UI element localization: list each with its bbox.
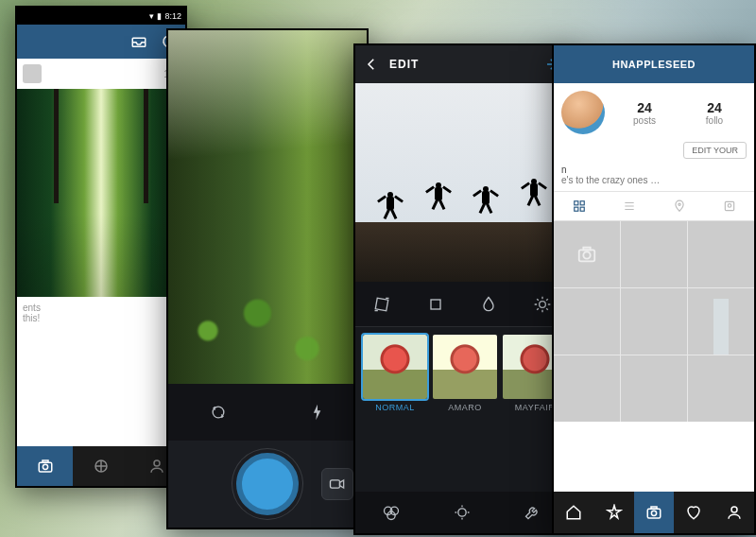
profile-bottom-nav xyxy=(554,492,754,533)
camera-viewfinder[interactable] xyxy=(168,30,367,384)
straighten-icon[interactable] xyxy=(372,295,391,314)
profile-username: HNAPPLESEED xyxy=(612,59,696,70)
tab-tagged[interactable] xyxy=(704,192,754,220)
grid-camera-icon[interactable] xyxy=(554,221,620,287)
nav-filters-icon[interactable] xyxy=(355,492,426,533)
crop-icon[interactable] xyxy=(426,295,445,314)
post-meta: ents this! xyxy=(17,297,185,329)
back-icon[interactable] xyxy=(363,56,380,73)
profile-view-tabs xyxy=(554,191,754,221)
svg-point-26 xyxy=(651,511,656,515)
nav-explore[interactable] xyxy=(73,446,129,486)
shutter-button[interactable] xyxy=(236,453,299,515)
filter-label: Amaro xyxy=(448,403,482,412)
edit-bottom-nav xyxy=(355,492,569,533)
brightness-icon[interactable] xyxy=(533,295,552,314)
svg-point-19 xyxy=(678,203,679,205)
edit-profile-row: EDIT YOUR xyxy=(561,142,747,159)
stat-followers[interactable]: 24 follo xyxy=(682,100,747,126)
bio-line2: e's to the crazy ones … xyxy=(561,175,747,185)
grid-thumb[interactable] xyxy=(688,221,754,287)
status-bar: ▾ ▮ 8:12 xyxy=(17,8,185,25)
wifi-icon: ▾ xyxy=(149,11,154,21)
svg-point-5 xyxy=(154,460,160,466)
grid-thumb[interactable] xyxy=(688,355,754,422)
post-header: 10h xyxy=(17,59,185,89)
svg-rect-9 xyxy=(431,300,440,309)
svg-rect-8 xyxy=(375,298,388,311)
phone-profile: HNAPPLESEED 24 posts 24 follo EDIT YOUR … xyxy=(552,43,756,535)
svg-point-2 xyxy=(43,464,47,469)
svg-rect-3 xyxy=(43,460,48,462)
svg-rect-17 xyxy=(574,207,577,211)
svg-rect-24 xyxy=(583,248,590,251)
svg-rect-18 xyxy=(580,207,584,211)
filter-normal[interactable]: Normal xyxy=(363,335,427,484)
edit-image[interactable] xyxy=(355,83,569,282)
edit-tool-row xyxy=(355,282,569,327)
post-avatar[interactable] xyxy=(23,64,42,83)
grid-thumb[interactable] xyxy=(688,288,754,355)
feed-header xyxy=(17,25,185,59)
phone-edit: EDIT Normal Amaro Mayfair xyxy=(353,43,571,535)
filter-label: Mayfair xyxy=(515,403,555,412)
stat-posts[interactable]: 24 posts xyxy=(612,100,677,126)
edit-profile-button[interactable]: EDIT YOUR xyxy=(683,142,747,159)
nav-camera[interactable] xyxy=(17,446,73,486)
nav-activity[interactable] xyxy=(674,492,713,533)
grid-thumb[interactable] xyxy=(554,288,620,355)
video-mode-button[interactable] xyxy=(321,468,353,500)
filter-label: Normal xyxy=(375,403,415,412)
edit-header: EDIT xyxy=(355,45,569,83)
profile-row: 24 posts 24 follo xyxy=(554,83,754,142)
profile-avatar[interactable] xyxy=(561,91,605,134)
clock: 8:12 xyxy=(164,11,181,21)
nav-profile[interactable] xyxy=(714,492,754,533)
grid-thumb[interactable] xyxy=(621,288,687,355)
grid-thumb[interactable] xyxy=(554,355,620,422)
bio-line1: n xyxy=(561,165,747,175)
nav-home[interactable] xyxy=(554,492,593,533)
svg-rect-15 xyxy=(574,201,577,205)
tab-list[interactable] xyxy=(604,192,654,220)
tab-places[interactable] xyxy=(654,192,704,220)
profile-bio: n e's to the crazy ones … xyxy=(554,165,754,191)
filter-strip[interactable]: Normal Amaro Mayfair xyxy=(355,327,569,492)
flash-icon[interactable] xyxy=(308,403,327,422)
nav-camera[interactable] xyxy=(634,492,674,533)
phone-feed: ▾ ▮ 8:12 10h ents this! xyxy=(15,6,187,488)
svg-rect-7 xyxy=(331,480,340,488)
svg-rect-20 xyxy=(725,201,733,210)
grid-thumb[interactable] xyxy=(621,221,687,287)
svg-point-28 xyxy=(731,507,737,512)
svg-point-21 xyxy=(728,204,731,208)
camera-switch-icon[interactable] xyxy=(209,403,228,422)
filter-amaro[interactable]: Amaro xyxy=(433,335,497,484)
edit-title: EDIT xyxy=(389,58,419,71)
nav-lux-icon[interactable] xyxy=(426,492,497,533)
nav-explore[interactable] xyxy=(593,492,633,533)
post-comments: ents xyxy=(23,303,180,313)
svg-rect-16 xyxy=(580,201,584,205)
jumpers xyxy=(355,190,569,222)
svg-point-10 xyxy=(539,301,545,307)
grid-thumb[interactable] xyxy=(621,355,687,422)
post-image[interactable] xyxy=(17,89,185,297)
feed-bottom-nav xyxy=(17,446,185,486)
battery-icon: ▮ xyxy=(157,11,162,21)
phone-camera xyxy=(166,28,369,529)
profile-stats: 24 posts 24 follo xyxy=(612,100,747,126)
droplet-icon[interactable] xyxy=(479,295,498,314)
svg-point-23 xyxy=(583,251,590,258)
svg-rect-27 xyxy=(651,507,657,509)
profile-header: HNAPPLESEED xyxy=(554,45,754,83)
inbox-icon[interactable] xyxy=(130,33,147,50)
profile-grid xyxy=(554,221,754,422)
post-love: this! xyxy=(23,313,180,323)
tab-grid[interactable] xyxy=(554,192,604,220)
feed-body: 10h ents this! xyxy=(17,59,185,446)
svg-point-14 xyxy=(458,509,466,516)
camera-controls xyxy=(168,384,367,441)
camera-shutter-bar xyxy=(168,441,367,528)
